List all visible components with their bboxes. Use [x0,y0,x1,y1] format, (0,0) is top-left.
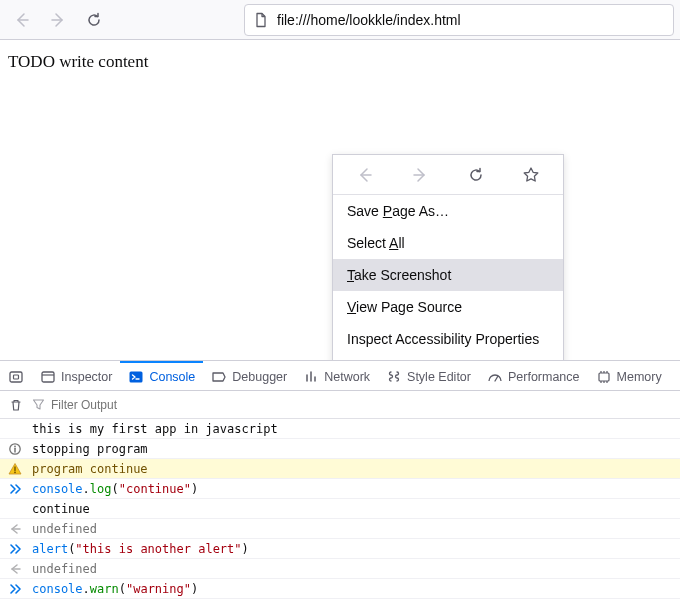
console-row-text: program continue [32,462,148,476]
console-row: alert("this is another alert") [0,539,680,559]
console-row-gutter-icon [6,582,24,596]
url-bar[interactable]: file:///home/lookkle/index.html [244,4,674,36]
console-row: console.log("continue") [0,479,680,499]
devtools-filter-bar [0,391,680,419]
url-text: file:///home/lookkle/index.html [277,12,461,28]
console-row: undefined [0,559,680,579]
tab-network-label: Network [324,370,370,384]
context-menu-item[interactable]: Inspect Accessibility Properties [333,323,563,355]
ctx-bookmark-button[interactable] [509,159,553,191]
console-row-text: this is my first app in javascript [32,422,278,436]
context-menu-item[interactable]: View Page Source [333,291,563,323]
console-row: this is my first app in javascript [0,419,680,439]
devtools-dock-button[interactable] [0,361,32,390]
console-output: this is my first app in javascriptstoppi… [0,419,680,602]
console-row-text: undefined [32,562,97,576]
tab-memory[interactable]: Memory [588,361,670,390]
svg-rect-5 [14,375,19,379]
console-row-gutter-icon [6,442,24,456]
svg-rect-6 [42,372,54,382]
tab-style-label: Style Editor [407,370,471,384]
forward-button[interactable] [42,4,74,36]
arrow-left-icon [357,167,373,183]
tab-debugger[interactable]: Debugger [203,361,295,390]
menu-accelerator: A [389,235,398,251]
svg-point-16 [14,471,16,473]
svg-rect-11 [599,373,609,381]
menu-accelerator: T [347,267,354,283]
trash-icon [9,398,23,412]
menu-accelerator: V [347,299,356,315]
tab-console[interactable]: Console [120,361,203,390]
ctx-reload-button[interactable] [454,159,498,191]
console-row: continue [0,499,680,519]
clear-console-button[interactable] [6,398,26,412]
context-menu: Save Page As…Select AllTake ScreenshotVi… [332,154,564,388]
ctx-forward-button[interactable] [398,159,442,191]
console-row: console.warn("warning") [0,579,680,599]
tab-style-editor[interactable]: Style Editor [378,361,479,390]
reload-button[interactable] [78,4,110,36]
console-row: program continue [0,459,680,479]
svg-point-13 [14,445,16,447]
console-row-text: console.warn("warning") [32,582,198,596]
svg-rect-8 [130,371,143,382]
console-row-gutter-icon [6,522,24,536]
svg-line-10 [495,376,498,381]
tab-performance[interactable]: Performance [479,361,588,390]
menu-accelerator: P [383,203,392,219]
performance-icon [487,369,503,385]
page-body: TODO write content [0,40,680,84]
console-row-text: stopping program [32,442,148,456]
style-icon [386,369,402,385]
browser-toolbar: file:///home/lookkle/index.html [0,0,680,40]
console-row-text: alert("this is another alert") [32,542,249,556]
console-row-text: undefined [32,522,97,536]
debugger-icon [211,369,227,385]
console-row-gutter-icon [6,562,24,576]
console-row-text: continue [32,502,90,516]
arrow-left-icon [14,12,30,28]
console-row: undefined [0,519,680,539]
tab-debugger-label: Debugger [232,370,287,384]
console-row-gutter-icon [6,482,24,496]
console-icon [128,369,144,385]
console-row: stopping program [0,439,680,459]
memory-icon [596,369,612,385]
filter-input[interactable] [51,398,674,412]
context-menu-item[interactable]: Select All [333,227,563,259]
tab-memory-label: Memory [617,370,662,384]
tab-performance-label: Performance [508,370,580,384]
devtools-panel: Inspector Console Debugger Network Style… [0,360,680,602]
arrow-right-icon [412,167,428,183]
console-row-text: console.log("continue") [32,482,198,496]
svg-rect-4 [10,372,22,382]
network-icon [303,369,319,385]
reload-icon [468,167,484,183]
inspector-icon [40,369,56,385]
star-icon [522,166,540,184]
console-row-gutter-icon [6,462,24,476]
filter-icon [32,398,45,411]
tab-inspector-label: Inspector [61,370,112,384]
context-menu-item[interactable]: Take Screenshot [333,259,563,291]
ctx-back-button[interactable] [343,159,387,191]
dock-icon [8,369,24,385]
page-text: TODO write content [8,52,148,71]
tab-inspector[interactable]: Inspector [32,361,120,390]
tab-console-label: Console [149,370,195,384]
tab-network[interactable]: Network [295,361,378,390]
file-icon [253,12,269,28]
context-menu-toolbar [333,155,563,195]
reload-icon [86,12,102,28]
devtools-tabs: Inspector Console Debugger Network Style… [0,361,680,391]
arrow-right-icon [50,12,66,28]
back-button[interactable] [6,4,38,36]
console-row-gutter-icon [6,542,24,556]
context-menu-item[interactable]: Save Page As… [333,195,563,227]
